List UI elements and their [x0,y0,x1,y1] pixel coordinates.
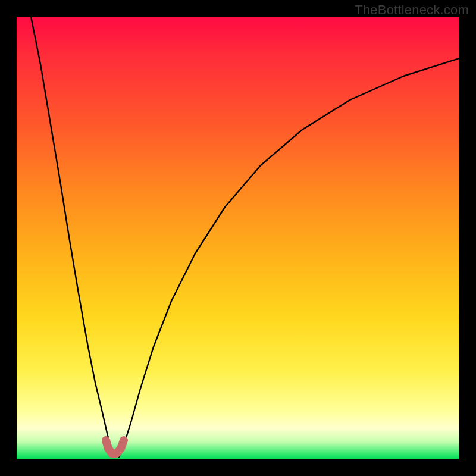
watermark-text: TheBottleneck.com [355,2,469,18]
curves-svg [17,17,459,459]
bottom-nub-icon [106,440,124,453]
curve-left-branch [31,17,114,457]
curve-right-branch [119,58,459,457]
chart-frame: TheBottleneck.com [0,0,476,476]
plot-area [17,17,459,459]
